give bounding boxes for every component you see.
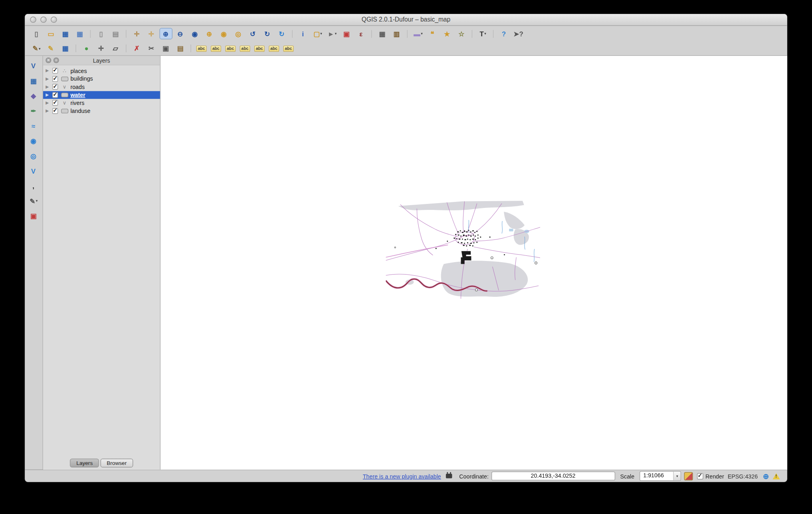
identify-features-icon[interactable]: i xyxy=(297,28,309,40)
whats-this-icon[interactable]: ➤? xyxy=(512,28,525,40)
deselect-all-icon[interactable]: ▣ xyxy=(340,28,353,40)
zoom-to-layer-icon[interactable]: ◎ xyxy=(232,28,245,40)
crs-status-label[interactable]: EPSG:4326 xyxy=(728,473,758,479)
layer-visibility-checkbox[interactable] xyxy=(52,84,58,89)
expand-arrow-icon[interactable] xyxy=(46,69,52,73)
expand-arrow-icon[interactable] xyxy=(46,109,52,113)
select-single-feature-icon[interactable]: ►▾ xyxy=(326,28,339,40)
attribute-table-icon[interactable]: ▦ xyxy=(376,28,389,40)
zoom-last-icon[interactable]: ↺ xyxy=(246,28,259,40)
title-bar[interactable]: QGIS 2.0.1-Dufour – basic_map xyxy=(25,14,787,26)
layer-row-places[interactable]: places xyxy=(43,67,160,75)
move-feature-icon[interactable]: ✛ xyxy=(95,43,107,54)
select-by-expression-icon[interactable]: ε xyxy=(355,28,368,40)
main-area: V ▦ ◆ ✒ ≈ xyxy=(25,56,787,469)
new-bookmark-icon[interactable]: ★ xyxy=(441,28,454,40)
map-canvas[interactable] xyxy=(160,56,787,469)
toggle-editing-icon[interactable]: ✎ xyxy=(45,43,57,54)
save-project-icon[interactable]: ▦ xyxy=(59,28,72,40)
highlight-pinned-labels-icon[interactable]: abc xyxy=(224,43,237,54)
refresh-map-icon[interactable]: ↻ xyxy=(275,28,288,40)
expand-arrow-icon[interactable] xyxy=(46,101,52,105)
layer-visibility-checkbox[interactable] xyxy=(52,108,58,114)
zoom-window-button[interactable] xyxy=(51,17,57,23)
layer-visibility-checkbox[interactable] xyxy=(52,76,58,81)
show-hide-labels-icon[interactable]: abc xyxy=(239,43,252,54)
field-calculator-icon[interactable]: ▥ xyxy=(390,28,403,40)
new-project-icon[interactable]: ▯ xyxy=(30,28,43,40)
highlight-labels-icon[interactable]: abc xyxy=(195,43,208,54)
copy-features-icon[interactable]: ▣ xyxy=(160,43,172,54)
remove-layer-icon[interactable]: ▣ xyxy=(27,210,40,222)
pin-labels-icon[interactable]: abc xyxy=(210,43,222,54)
combo-arrows-icon[interactable]: ▾ xyxy=(673,472,680,480)
show-bookmarks-icon[interactable]: ☆ xyxy=(455,28,468,40)
layer-visibility-checkbox[interactable] xyxy=(52,100,58,106)
layer-row-rivers[interactable]: rivers xyxy=(43,99,160,107)
float-panel-icon[interactable]: ○ xyxy=(53,57,59,63)
zoom-out-icon[interactable]: ⊖ xyxy=(174,28,187,40)
zoom-in-icon[interactable]: ⊕ xyxy=(160,28,172,40)
move-label-icon[interactable]: abc xyxy=(253,43,266,54)
point-layer-icon xyxy=(60,67,69,75)
expand-arrow-icon[interactable] xyxy=(46,77,52,81)
new-print-composer-icon[interactable]: ▯ xyxy=(95,28,107,40)
layer-name: water xyxy=(70,92,85,98)
zoom-next-icon[interactable]: ↻ xyxy=(261,28,274,40)
render-checkbox[interactable] xyxy=(697,473,703,479)
close-window-button[interactable] xyxy=(30,17,36,23)
minimize-window-button[interactable] xyxy=(40,17,47,23)
coordinate-input[interactable]: 20.4193,-34.0252 xyxy=(491,472,615,480)
digitizing-label-toolbar: ✎▾ ✎ ▦ ● ✛ xyxy=(25,42,787,56)
add-vector-layer-icon[interactable]: V xyxy=(27,60,40,71)
layer-row-roads[interactable]: roads xyxy=(43,83,160,91)
expand-arrow-icon[interactable] xyxy=(46,93,52,97)
layer-row-landuse[interactable]: landuse xyxy=(43,107,160,115)
composer-manager-icon[interactable]: ▤ xyxy=(109,28,122,40)
add-raster-layer-icon[interactable]: ▦ xyxy=(27,75,40,87)
close-panel-icon[interactable]: ✕ xyxy=(46,57,51,63)
plugin-icon[interactable] xyxy=(446,474,452,478)
stop-render-icon[interactable] xyxy=(684,472,693,480)
change-label-properties-icon[interactable]: abc xyxy=(282,43,295,54)
crs-status-icon[interactable]: ⊕ xyxy=(763,472,769,480)
add-postgis-layer-icon[interactable]: ◆ xyxy=(27,90,40,102)
cut-features-icon[interactable]: ✂ xyxy=(145,43,158,54)
add-feature-icon[interactable]: ● xyxy=(80,43,93,54)
current-edits-icon[interactable]: ✎▾ xyxy=(30,43,43,54)
new-shapefile-layer-icon[interactable]: ✎▾ xyxy=(27,195,40,207)
add-mssql-layer-icon[interactable]: ≈ xyxy=(27,120,40,132)
add-wfs-layer-icon[interactable]: V xyxy=(27,165,40,177)
pan-to-selection-icon[interactable]: ✛ xyxy=(145,28,158,40)
layer-visibility-checkbox[interactable] xyxy=(52,68,58,73)
save-project-as-icon[interactable]: ▦ xyxy=(73,28,86,40)
save-layer-edits-icon[interactable]: ▦ xyxy=(59,43,72,54)
tab-layers[interactable]: Layers xyxy=(70,459,99,467)
zoom-to-selection-icon[interactable]: ◉ xyxy=(218,28,230,40)
scale-combobox[interactable]: 1:91066 ▾ xyxy=(640,471,681,481)
help-icon[interactable]: ? xyxy=(498,28,511,40)
zoom-native-resolution-icon[interactable]: ◉ xyxy=(188,28,201,40)
measure-icon[interactable]: ▬▾ xyxy=(412,28,424,40)
add-delimited-text-layer-icon[interactable]: , xyxy=(27,180,40,192)
node-tool-icon[interactable]: ▱ xyxy=(109,43,122,54)
zoom-full-icon[interactable]: ⊕ xyxy=(203,28,216,40)
add-spatialite-layer-icon[interactable]: ✒ xyxy=(27,105,40,117)
rotate-label-icon[interactable]: abc xyxy=(268,43,281,54)
open-project-icon[interactable]: ▭ xyxy=(45,28,57,40)
tab-browser[interactable]: Browser xyxy=(101,459,133,467)
log-messages-icon[interactable] xyxy=(772,473,780,479)
layer-visibility-checkbox[interactable] xyxy=(52,92,58,98)
layer-row-buildings[interactable]: buildings xyxy=(43,75,160,83)
add-wcs-layer-icon[interactable]: ◎ xyxy=(27,150,40,162)
delete-selected-icon[interactable]: ✗ xyxy=(131,43,143,54)
expand-arrow-icon[interactable] xyxy=(46,85,52,89)
map-tips-icon[interactable]: ❝ xyxy=(426,28,439,40)
plugin-update-link[interactable]: There is a new plugin available xyxy=(363,473,441,479)
pan-map-icon[interactable]: ✛ xyxy=(131,28,143,40)
paste-features-icon[interactable]: ▤ xyxy=(174,43,187,54)
layer-row-water[interactable]: water xyxy=(43,91,160,99)
text-annotation-icon[interactable]: T▾ xyxy=(476,28,489,40)
select-features-icon[interactable]: ▢▾ xyxy=(311,28,324,40)
add-wms-layer-icon[interactable]: ◉ xyxy=(27,135,40,147)
